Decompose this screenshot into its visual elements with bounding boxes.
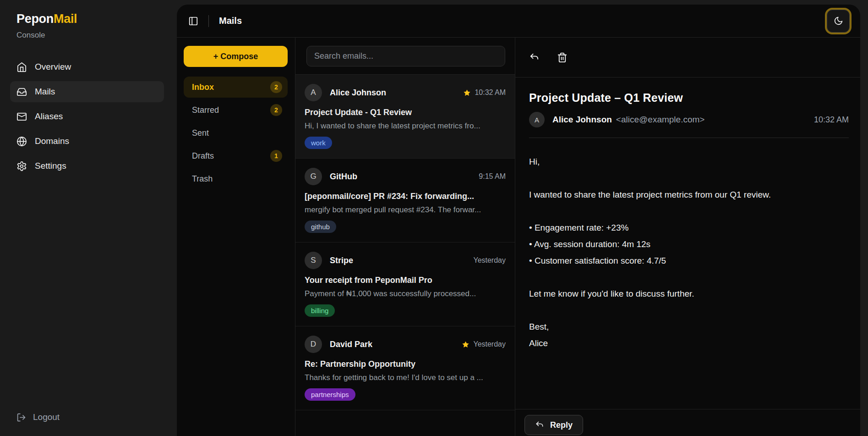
avatar: D [305, 336, 322, 353]
brand-accent: Mail [54, 12, 77, 26]
back-button[interactable] [529, 52, 540, 63]
email-preview: Hi, I wanted to share the latest project… [305, 121, 506, 131]
sidebar-toggle-button[interactable] [188, 16, 198, 26]
email-preview: Thanks for getting back to me! I'd love … [305, 373, 506, 382]
body-paragraph: Best, Alice [529, 319, 849, 352]
brand-subtitle: Console [16, 31, 177, 40]
email-list-item[interactable]: S Stripe Yesterday Your receipt from Pep… [295, 243, 515, 326]
detail-footer: Reply [515, 409, 860, 436]
detail-content: Project Update – Q1 Review A Alice Johns… [515, 77, 860, 409]
star-icon [463, 89, 471, 97]
email-sender: Stripe [330, 256, 353, 265]
email-time: 9:15 AM [479, 172, 506, 181]
email-subject: Project Update - Q1 Review [305, 108, 506, 117]
inbox-icon [16, 87, 27, 97]
sidebar-item-domains[interactable]: Domains [10, 131, 164, 152]
folder-drafts[interactable]: Drafts 1 [184, 145, 288, 166]
search-input[interactable] [306, 46, 505, 66]
body-paragraph: Let me know if you'd like to discuss fur… [529, 286, 849, 302]
sidebar-item-overview[interactable]: Overview [10, 56, 164, 77]
email-detail-panel: Project Update – Q1 Review A Alice Johns… [515, 38, 860, 436]
main-panel: Mails + Compose Inbox 2 Starred 2 Sent [177, 5, 860, 436]
delete-button[interactable] [557, 52, 568, 63]
detail-sender-row: A Alice Johnson <alice@example.com> 10:3… [529, 112, 849, 138]
tag-badge: partnerships [305, 388, 355, 401]
gear-icon [16, 161, 27, 171]
detail-toolbar [515, 38, 860, 77]
sidebar-item-label: Mails [35, 87, 55, 97]
email-time: Yesterday [473, 256, 506, 265]
folder-starred[interactable]: Starred 2 [184, 99, 288, 121]
detail-body: Hi, I wanted to share the latest project… [529, 154, 849, 352]
brand-logo: PeponMail [16, 12, 177, 26]
email-sender: GitHub [330, 172, 357, 182]
folder-sent[interactable]: Sent [184, 122, 288, 143]
sidebar-item-label: Aliases [35, 111, 63, 121]
email-time: Yesterday [473, 340, 506, 348]
tag-badge: github [305, 221, 336, 233]
reply-icon [535, 420, 544, 430]
home-icon [16, 62, 27, 72]
sidebar-item-label: Domains [35, 136, 69, 146]
email-sender: Alice Johnson [330, 88, 386, 98]
detail-time: 10:32 AM [814, 115, 849, 125]
sidebar-item-label: Overview [35, 62, 71, 72]
topbar: Mails [177, 5, 860, 38]
compose-button[interactable]: + Compose [184, 46, 288, 67]
page-title: Mails [219, 16, 242, 26]
globe-icon [16, 136, 27, 147]
avatar: G [305, 168, 322, 185]
moon-icon [834, 16, 843, 26]
folder-trash[interactable]: Trash [184, 168, 288, 189]
reply-button[interactable]: Reply [524, 415, 583, 435]
theme-toggle-button[interactable] [827, 10, 850, 33]
folder-label: Trash [192, 174, 282, 184]
folder-inbox[interactable]: Inbox 2 [184, 77, 288, 98]
sidebar-item-mails[interactable]: Mails [10, 81, 164, 102]
logout-icon [16, 413, 26, 422]
email-subject: Re: Partnership Opportunity [305, 359, 506, 369]
brand-primary: Pepon [16, 12, 54, 26]
back-arrow-icon [529, 52, 540, 63]
logout-button[interactable]: Logout [16, 412, 60, 422]
logout-label: Logout [33, 412, 60, 422]
sidebar: PeponMail Console Overview Mails Aliases… [0, 0, 177, 436]
sidebar-nav: Overview Mails Aliases Domains Settings [0, 56, 177, 177]
star-icon [462, 341, 469, 348]
body-paragraph: I wanted to share the latest project met… [529, 187, 849, 203]
email-subject: [peponmail/core] PR #234: Fix forwarding… [305, 192, 506, 201]
email-subject: Your receipt from PeponMail Pro [305, 276, 506, 285]
avatar: S [305, 252, 322, 269]
body-paragraph: Hi, [529, 154, 849, 170]
folder-label: Inbox [192, 83, 270, 92]
unread-count-badge: 1 [270, 150, 282, 162]
email-list-item[interactable]: G GitHub 9:15 AM [peponmail/core] PR #23… [295, 159, 515, 243]
avatar: A [305, 84, 322, 101]
detail-subject: Project Update – Q1 Review [529, 91, 849, 105]
folder-label: Starred [192, 105, 270, 115]
email-time: 10:32 AM [475, 88, 506, 97]
search-bar [295, 38, 515, 75]
mail-icon [16, 111, 27, 122]
detail-sender-email: <alice@example.com> [616, 115, 705, 125]
unread-count-badge: 2 [270, 81, 282, 93]
email-preview: mergify bot merged pull request #234. Th… [305, 205, 506, 215]
detail-sender-name: Alice Johnson [552, 115, 612, 125]
tag-badge: billing [305, 304, 335, 317]
sidebar-item-aliases[interactable]: Aliases [10, 106, 164, 127]
body-paragraph: • Engagement rate: +23% • Avg. session d… [529, 220, 849, 269]
trash-icon [557, 52, 568, 63]
email-list-item[interactable]: D David Park Yesterday Re: Partnership O… [295, 326, 515, 410]
email-list: A Alice Johnson 10:32 AM Project Update … [295, 75, 515, 436]
tag-badge: work [305, 137, 332, 149]
email-preview: Payment of ₦1,000 was successfully proce… [305, 289, 506, 298]
unread-count-badge: 2 [270, 104, 282, 116]
sidebar-item-label: Settings [35, 161, 66, 171]
app-root: PeponMail Console Overview Mails Aliases… [0, 0, 868, 436]
folder-label: Drafts [192, 151, 270, 161]
email-list-panel: A Alice Johnson 10:32 AM Project Update … [295, 38, 515, 436]
sidebar-item-settings[interactable]: Settings [10, 155, 164, 177]
email-list-item[interactable]: A Alice Johnson 10:32 AM Project Update … [295, 75, 515, 159]
folders-panel: + Compose Inbox 2 Starred 2 Sent Drafts … [177, 38, 295, 436]
panel-left-icon [188, 16, 198, 26]
